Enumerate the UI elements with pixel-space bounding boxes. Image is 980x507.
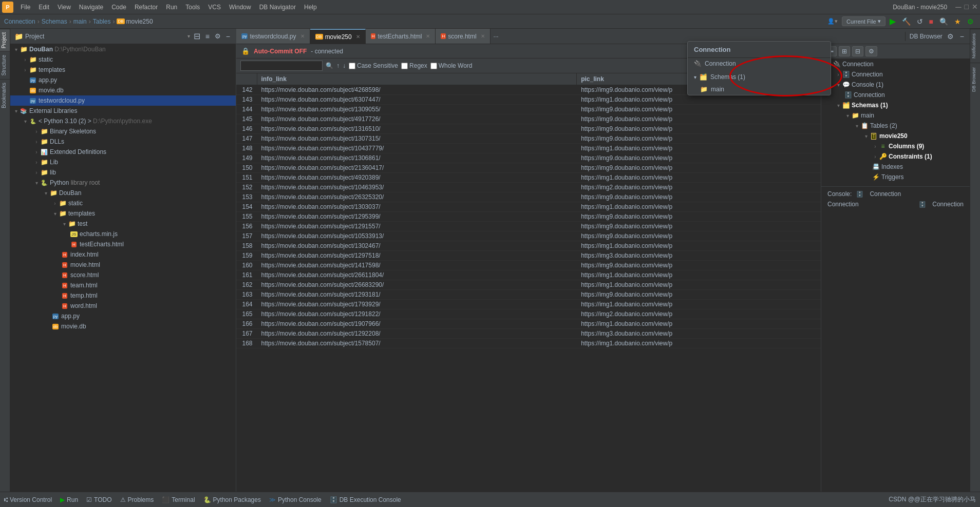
case-sensitive-checkbox[interactable] [349,63,355,69]
menu-view[interactable]: View [53,3,75,12]
tree-item-test-folder[interactable]: ▾ 📁 test [10,219,236,229]
sidebar-tab-structure[interactable]: Structure [0,51,10,79]
db-toolbar-btn-4[interactable]: ⚙ [865,46,877,56]
tree-item-static-sub[interactable]: › 📁 static [10,198,236,208]
status-python-packages[interactable]: 🐍 Python Packages [203,496,261,503]
menu-edit[interactable]: Edit [34,3,53,12]
popup-schemas-item[interactable]: ▾ 🗂️ Schemas (1) [694,71,824,83]
breadcrumb-connection[interactable]: Connection [4,18,35,25]
tree-item-testecharts-html[interactable]: H testEcharts.html [10,239,236,249]
db-panel-settings[interactable]: ⚙ [946,32,955,41]
tree-item-team-html[interactable]: H team.html [10,280,236,290]
db-tree-movie250[interactable]: ▾ T movie250 [821,131,970,141]
tree-item-apppy-sub[interactable]: py app.py [10,311,236,321]
menu-file[interactable]: File [16,3,34,12]
tree-item-templates[interactable]: › 📁 templates [10,65,236,75]
menu-navigate[interactable]: Navigate [75,3,107,12]
db-tree-console-conn[interactable]: 🗄️ Connection [821,90,970,100]
minimize-button[interactable]: ─ [955,3,961,12]
reload-button[interactable]: ↺ [915,16,925,27]
tree-item-testwordcloud[interactable]: py testwordcloud.py [10,95,236,106]
db-toolbar-btn-2[interactable]: ⊞ [839,46,850,56]
tree-item-echarts[interactable]: JS echarts.min.js [10,229,236,239]
close-tab-score[interactable]: ✕ [481,33,485,39]
tree-item-python310[interactable]: ▾ 🐍 < Python 3.10 (2) > D:\Python\python… [10,116,236,126]
tree-item-lib-lower[interactable]: › 📁 lib [10,167,236,178]
db-toolbar-btn-3[interactable]: ⊟ [852,46,863,56]
tree-item-apppy[interactable]: py app.py [10,75,236,85]
menu-db-navigator[interactable]: DB Navigator [255,3,300,12]
menu-help[interactable]: Help [300,3,321,12]
db-tree-indexes[interactable]: 📇 Indexes [821,162,970,172]
sidebar-tab-project[interactable]: Project [0,29,10,51]
db-tree-constraints[interactable]: › 🔑 Constraints (1) [821,151,970,162]
db-tree-main[interactable]: ▾ 📁 main [821,110,970,121]
db-tree-console[interactable]: ▾ 💬 Console (1) [821,80,970,90]
status-terminal[interactable]: ⬛ Terminal [162,496,195,503]
bookmark-icon[interactable]: ★ [952,16,963,27]
tree-item-dlls[interactable]: › 📁 DLLs [10,136,236,147]
regex-checkbox[interactable] [401,63,408,69]
menu-tools[interactable]: Tools [181,3,204,12]
whole-word-checkbox[interactable] [430,63,437,69]
close-tab-movie250[interactable]: ✕ [356,34,360,40]
status-python-console[interactable]: ≫ Python Console [269,496,322,503]
popup-item-connection[interactable]: 🔌 Connection [688,58,831,69]
tree-item-douban-root[interactable]: ▾ 📁 DouBan D:\Python\DouBan [10,44,236,54]
right-tab-notifications[interactable]: Notifications [970,29,980,63]
settings-toolbar-button[interactable]: ⚙ [965,16,976,27]
maximize-button[interactable]: □ [965,3,969,12]
search-next-button[interactable]: ↓ [343,62,346,69]
menu-run[interactable]: Run [162,3,181,12]
right-tab-db-browser[interactable]: DB Browser [970,63,980,96]
search-execute-button[interactable]: 🔍 [326,62,333,69]
close-tab-testecharts[interactable]: ✕ [426,33,430,39]
tree-item-extended-defs[interactable]: › 📊 Extended Definitions [10,147,236,157]
tree-item-python-lib-root[interactable]: ▾ 🐍 Python library root [10,178,236,188]
tree-item-movie-html[interactable]: H movie.html [10,260,236,270]
db-tree-columns[interactable]: › ≡ Columns (9) [821,141,970,151]
search-input[interactable] [240,61,323,71]
search-prev-button[interactable]: ↑ [336,62,340,69]
breadcrumb-tables[interactable]: Tables [93,18,111,25]
tree-item-moviedb[interactable]: db movie.db [10,85,236,95]
breadcrumb-schemas[interactable]: Schemas [42,18,67,25]
status-problems[interactable]: ⚠ Problems [120,496,154,503]
tree-item-word-html[interactable]: H word.html [10,301,236,311]
db-tree-triggers[interactable]: ⚡ Triggers [821,172,970,182]
collapse-all-button[interactable]: ⊟ [192,31,202,42]
menu-window[interactable]: Window [225,3,255,12]
tree-item-static[interactable]: › 📁 static [10,54,236,65]
regex-label[interactable]: Regex [401,62,427,69]
more-tabs-button[interactable]: ··· [491,33,502,40]
whole-word-label[interactable]: Whole Word [430,62,473,69]
status-db-execution[interactable]: 🗄️ DB Execution Console [330,496,401,503]
sort-button[interactable]: ≡ [204,32,211,41]
menu-vcs[interactable]: VCS [204,3,225,12]
tree-item-templates-sub[interactable]: ▾ 📁 templates [10,208,236,219]
tab-testwordcloud[interactable]: py testwordcloud.py ✕ [236,29,310,44]
panel-settings-button[interactable]: ⚙ [213,32,222,41]
close-button[interactable]: ✕ [972,3,978,12]
db-panel-minimize[interactable]: − [958,32,966,41]
sidebar-tab-bookmarks[interactable]: Bookmarks [0,79,10,111]
stop-button[interactable]: ■ [927,16,935,27]
tree-item-moviedb-sub[interactable]: db movie.db [10,321,236,332]
run-button[interactable]: ▶ [888,15,898,27]
status-run[interactable]: ▶ Run [60,496,78,503]
tab-testecharts[interactable]: H testEcharts.html ✕ [366,29,436,44]
tree-item-index-html[interactable]: H index.html [10,249,236,260]
db-tree-tables[interactable]: ▾ 📋 Tables (2) [821,121,970,131]
tab-movie250[interactable]: DB movie250 ✕ [310,29,366,44]
menu-code[interactable]: Code [107,3,130,12]
db-tree-schemas[interactable]: ▾ 🗂️ Schemas (1) [821,100,970,110]
db-tree-connection-root[interactable]: ▾ 🔌 Connection [821,59,970,69]
db-tree-connection-item[interactable]: › 🗄️ Connection [821,69,970,80]
case-sensitive-label[interactable]: Case Sensitive [349,62,398,69]
data-table-container[interactable]: info_link pic_link 142https://movie.doub… [236,73,821,492]
popup-main-item[interactable]: 📁 main [688,84,831,95]
tree-item-temp-html[interactable]: H temp.html [10,290,236,301]
status-vcs[interactable]: ⑆ Version Control [4,496,52,503]
tree-item-external-libs[interactable]: ▾ 📚 External Libraries [10,106,236,116]
breadcrumb-main[interactable]: main [73,18,87,25]
